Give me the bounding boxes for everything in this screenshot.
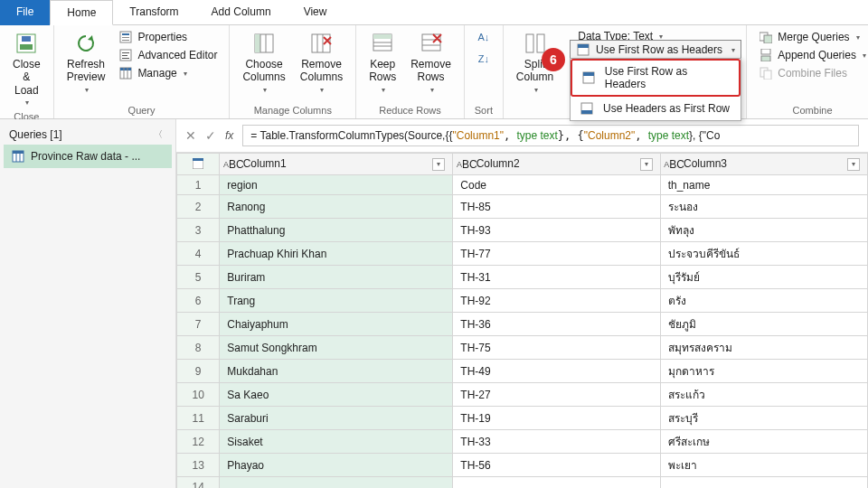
queries-sidebar: Queries [1] 〈 Province Raw data - ... <box>0 119 176 488</box>
cell-col2[interactable]: TH-75 <box>453 336 660 360</box>
cell-col1[interactable]: Sa Kaeo <box>220 383 453 407</box>
cell-col3[interactable]: สมุทรสงคราม <box>660 336 867 360</box>
tab-home[interactable]: Home <box>50 0 113 25</box>
cell-col1[interactable]: Samut Songkhram <box>220 336 453 360</box>
use-first-row-trigger[interactable]: Use First Row as Headers ▾ <box>570 40 741 60</box>
cell-col2[interactable]: TH-49 <box>453 360 660 383</box>
query-item[interactable]: Province Raw data - ... <box>4 145 172 168</box>
tab-transform[interactable]: Transform <box>113 0 194 25</box>
table-row[interactable]: 9 Mukdahan TH-49 มุกดาหาร <box>177 360 868 383</box>
filter-icon[interactable]: ▾ <box>640 158 653 171</box>
cell-col2[interactable]: TH-33 <box>453 430 660 454</box>
cell-col3[interactable]: ชัยภูมิ <box>660 313 867 336</box>
cell-col3[interactable]: สระบุรี <box>660 407 867 430</box>
cell-col2[interactable] <box>453 477 660 489</box>
table-row[interactable]: 5 Buriram TH-31 บุรีรัมย์ <box>177 266 868 289</box>
refresh-preview-button[interactable]: Refresh Preview▾ <box>63 29 109 96</box>
cell-col1[interactable]: Trang <box>220 289 453 313</box>
table-row[interactable]: 6 Trang TH-92 ตรัง <box>177 289 868 313</box>
cell-col1[interactable]: Phatthalung <box>220 219 453 242</box>
advanced-editor-button[interactable]: Advanced Editor <box>116 47 220 63</box>
svg-rect-12 <box>120 68 131 70</box>
append-queries-button[interactable]: Append Queries▾ <box>756 47 868 63</box>
sort-desc-button[interactable]: Z↓ <box>474 51 494 67</box>
table-row[interactable]: 3 Phatthalung TH-93 พัทลุง <box>177 219 868 242</box>
svg-rect-10 <box>122 58 129 59</box>
close-and-load-button[interactable]: Close & Load▾ <box>9 29 44 109</box>
remove-cols-label: Remove Columns <box>300 58 343 84</box>
table-row[interactable]: 4 Prachuap Khiri Khan TH-77 ประจวบคีรีขั… <box>177 242 868 266</box>
cell-col3[interactable] <box>660 477 867 489</box>
cell-col2[interactable]: TH-92 <box>453 289 660 313</box>
col-header-2[interactable]: ABC Column2▾ <box>453 154 660 175</box>
sort-asc-button[interactable]: A↓ <box>474 29 494 45</box>
cell-col3[interactable]: พัทลุง <box>660 219 867 242</box>
cell-col1[interactable]: Prachuap Khiri Khan <box>220 242 453 266</box>
formula-input[interactable]: = Table.TransformColumnTypes(Source,{{"C… <box>242 125 859 146</box>
combine-files-button[interactable]: Combine Files <box>756 65 868 81</box>
remove-columns-button[interactable]: Remove Columns▾ <box>297 29 346 96</box>
merge-queries-button[interactable]: Merge Queries▾ <box>756 29 868 45</box>
cell-col3[interactable]: ประจวบคีรีขันธ์ <box>660 242 867 266</box>
cell-col3[interactable]: พะเยา <box>660 454 867 477</box>
manage-button[interactable]: Manage▾ <box>116 65 220 81</box>
tab-view[interactable]: View <box>288 0 344 25</box>
choose-cols-label: Choose Columns <box>242 58 285 84</box>
cell-col1[interactable]: Chaiyaphum <box>220 313 453 336</box>
cell-col1[interactable]: Sisaket <box>220 430 453 454</box>
cell-col2[interactable]: TH-19 <box>453 407 660 430</box>
cell-col2[interactable]: TH-56 <box>453 454 660 477</box>
cell-col3[interactable]: th_name <box>660 175 867 195</box>
filter-icon[interactable]: ▾ <box>847 158 860 171</box>
cell-col2[interactable]: TH-93 <box>453 219 660 242</box>
table-row[interactable]: 10 Sa Kaeo TH-27 สระแก้ว <box>177 383 868 407</box>
collapse-icon[interactable]: 〈 <box>154 128 166 141</box>
table-row[interactable]: 7 Chaiyaphum TH-36 ชัยภูมิ <box>177 313 868 336</box>
row-header-corner[interactable] <box>177 154 220 175</box>
remove-columns-icon <box>308 31 334 56</box>
table-row[interactable]: 1 region Code th_name <box>177 175 868 195</box>
cell-col3[interactable]: บุรีรัมย์ <box>660 266 867 289</box>
cell-col1[interactable] <box>220 477 453 489</box>
cell-col2[interactable]: TH-27 <box>453 383 660 407</box>
choose-columns-button[interactable]: Choose Columns▾ <box>239 29 288 96</box>
table-row[interactable]: 13 Phayao TH-56 พะเยา <box>177 454 868 477</box>
col-header-1[interactable]: ABC Column1▾ <box>220 154 453 175</box>
cell-col3[interactable]: มุกดาหาร <box>660 360 867 383</box>
data-grid[interactable]: ABC Column1▾ ABC Column2▾ ABC Column3▾ 1… <box>176 153 868 488</box>
cell-col2[interactable]: Code <box>453 175 660 195</box>
col-header-3[interactable]: ABC Column3▾ <box>660 154 867 175</box>
table-row[interactable]: 11 Saraburi TH-19 สระบุรี <box>177 407 868 430</box>
cell-col3[interactable]: ระนอง <box>660 195 867 219</box>
cancel-formula-icon[interactable]: ✕ <box>185 128 196 143</box>
cell-col2[interactable]: TH-77 <box>453 242 660 266</box>
cell-col1[interactable]: Saraburi <box>220 407 453 430</box>
keep-rows-button[interactable]: Keep Rows▾ <box>365 29 400 96</box>
cell-col2[interactable]: TH-36 <box>453 313 660 336</box>
cell-col3[interactable]: ศรีสะเกษ <box>660 430 867 454</box>
cell-col1[interactable]: Ranong <box>220 195 453 219</box>
cell-col1[interactable]: Phayao <box>220 454 453 477</box>
properties-label: Properties <box>137 31 187 43</box>
accept-formula-icon[interactable]: ✓ <box>205 128 216 143</box>
cell-col1[interactable]: Buriram <box>220 266 453 289</box>
properties-button[interactable]: Properties <box>116 29 220 45</box>
table-row[interactable]: 12 Sisaket TH-33 ศรีสะเกษ <box>177 430 868 454</box>
cell-col2[interactable]: TH-85 <box>453 195 660 219</box>
table-row[interactable]: 14 <box>177 477 868 489</box>
cell-col1[interactable]: Mukdahan <box>220 360 453 383</box>
cell-col3[interactable]: ตรัง <box>660 289 867 313</box>
tab-add-column[interactable]: Add Column <box>195 0 288 25</box>
cell-col1[interactable]: region <box>220 175 453 195</box>
table-row[interactable]: 8 Samut Songkhram TH-75 สมุทรสงคราม <box>177 336 868 360</box>
tab-file[interactable]: File <box>0 0 50 25</box>
cell-col3[interactable]: สระแก้ว <box>660 383 867 407</box>
dropdown-use-headers-as-first[interactable]: Use Headers as First Row <box>571 97 741 120</box>
filter-icon[interactable]: ▾ <box>432 158 445 171</box>
cell-col2[interactable]: TH-31 <box>453 266 660 289</box>
remove-rows-button[interactable]: Remove Rows▾ <box>407 29 455 96</box>
table-row[interactable]: 2 Ranong TH-85 ระนอง <box>177 195 868 219</box>
headers-dropdown: Use First Row as Headers Use Headers as … <box>570 58 741 121</box>
dropdown-use-first-row[interactable]: Use First Row as Headers <box>571 59 741 97</box>
callout-badge: 6 <box>542 48 565 71</box>
